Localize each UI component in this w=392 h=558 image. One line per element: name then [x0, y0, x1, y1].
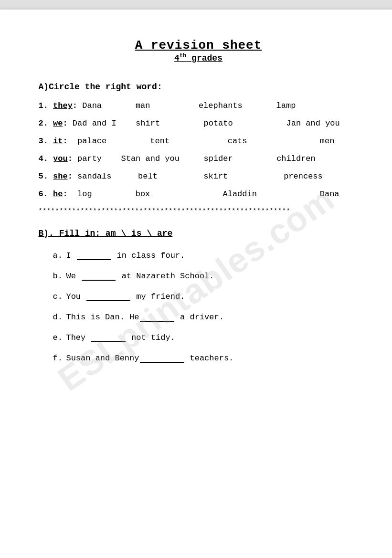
exercise-label-1: 1. they: [38, 101, 82, 110]
option: belt [138, 172, 191, 181]
fill-text-a: I in class four. [66, 250, 358, 260]
blank-d[interactable] [140, 312, 174, 322]
fill-row-c: c. You my friend. [38, 291, 358, 301]
option: potato [204, 119, 277, 128]
section-b: B). Fill in: am \ is \ are a. I in class… [38, 229, 358, 363]
option: party [77, 154, 111, 163]
option: Dana [320, 190, 339, 199]
exercise-row-5: 5. she: sandals belt skirt prencess [38, 172, 358, 181]
option: cats [228, 137, 301, 146]
blank-f[interactable] [140, 353, 184, 363]
option: box [136, 190, 204, 199]
fill-text-c: You my friend. [66, 291, 358, 301]
fill-letter-c: c. [53, 292, 66, 301]
exercise-row-4: 4. you: party Stan and you spider childr… [38, 154, 358, 163]
fill-text-e: They not tidy. [66, 332, 358, 342]
exercise-options-4: party Stan and you spider children [77, 154, 359, 163]
fill-text-b: We at Nazareth School. [66, 271, 358, 281]
exercise-options-3: palace tent cats men [77, 137, 359, 146]
option: Aladdin [223, 190, 301, 199]
exercise-row-2: 2. we: Dad and I shirt potato Jan and yo… [38, 119, 358, 128]
exercise-row-3: 3. it: palace tent cats men [38, 137, 358, 146]
blank-b[interactable] [82, 271, 116, 281]
exercise-options-2: Dad and I shirt potato Jan and you [73, 119, 359, 128]
option: log [77, 190, 117, 199]
fill-row-b: b. We at Nazareth School. [38, 271, 358, 281]
option: palace [77, 137, 131, 146]
option: skirt [203, 172, 272, 181]
blank-a[interactable] [77, 250, 111, 260]
option: men [320, 137, 335, 146]
worksheet-page: ESLprintables.com A revision sheet 4th g… [0, 10, 392, 558]
option: prencess [284, 172, 323, 181]
section-b-header: B). Fill in: am \ is \ are [38, 229, 358, 238]
fill-letter-d: d. [53, 313, 66, 322]
fill-letter-a: a. [53, 251, 66, 260]
fill-row-d: d. This is Dan. He a driver. [38, 312, 358, 322]
exercise-options-6: log box Aladdin Dana [77, 190, 359, 199]
option: sandals [77, 172, 126, 181]
exercise-row-1: 1. they: Dana man elephants lamp [38, 101, 358, 110]
option: lamp [276, 101, 296, 110]
option: shirt [136, 119, 194, 128]
fill-row-e: e. They not tidy. [38, 332, 358, 342]
exercise-label-4: 4. you: [38, 154, 77, 163]
fill-text-d: This is Dan. He a driver. [66, 312, 358, 322]
blank-c[interactable] [86, 291, 130, 301]
option: Jan and you [286, 119, 340, 128]
divider-stars: ****************************************… [38, 207, 358, 214]
fill-text-f: Susan and Benny teachers. [66, 353, 358, 363]
option: Dana [82, 101, 121, 110]
subtitle: 4th grades [38, 53, 358, 63]
option: Dad and I [73, 119, 126, 128]
option: spider [204, 154, 267, 163]
option: man [136, 101, 184, 110]
fill-letter-e: e. [53, 333, 66, 342]
fill-row-a: a. I in class four. [38, 250, 358, 260]
section-a: A)Circle the right word: 1. they: Dana m… [38, 82, 358, 214]
fill-row-f: f. Susan and Benny teachers. [38, 353, 358, 363]
section-a-header: A)Circle the right word: [38, 82, 358, 92]
exercise-label-3: 3. it: [38, 137, 77, 146]
exercise-options-1: Dana man elephants lamp [82, 101, 358, 110]
exercise-label-6: 6. he: [38, 190, 77, 199]
subtitle-text: 4th grades [174, 53, 222, 63]
option: tent [150, 137, 208, 146]
blank-e[interactable] [91, 332, 125, 342]
exercise-options-5: sandals belt skirt prencess [77, 172, 359, 181]
title-section: A revision sheet 4th grades [38, 38, 358, 63]
fill-letter-b: b. [53, 272, 66, 281]
main-title: A revision sheet [38, 38, 358, 53]
option: children [276, 154, 316, 163]
option: Stan and you [121, 154, 194, 163]
exercise-label-2: 2. we: [38, 119, 72, 128]
option: elephants [199, 101, 262, 110]
exercise-row-6: 6. he: log box Aladdin Dana [38, 190, 358, 199]
exercise-label-5: 5. she: [38, 172, 77, 181]
fill-letter-f: f. [53, 354, 66, 363]
